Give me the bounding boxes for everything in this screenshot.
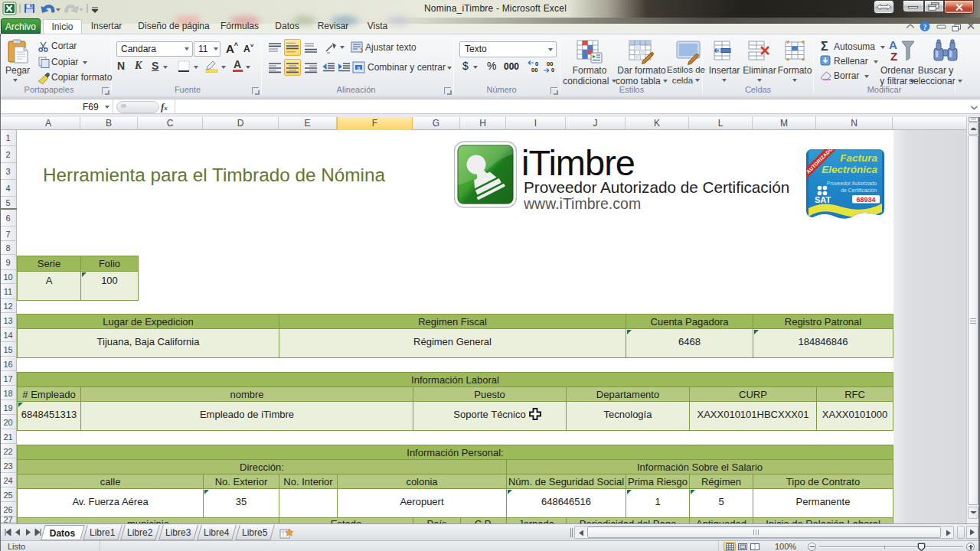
svg-text:Proveedor Autorizado: Proveedor Autorizado [827,181,877,186]
svg-text:a: a [358,65,361,70]
svg-text:de Certificación: de Certificación [841,187,877,193]
svg-text:00: 00 [531,67,537,73]
svg-text:68934: 68934 [856,196,875,204]
svg-text:0: 0 [551,67,554,73]
svg-text:SAT: SAT [815,195,831,204]
svg-text:Factura: Factura [840,152,877,164]
svg-text:Z: Z [890,50,897,63]
svg-text:Electrónica: Electrónica [822,164,877,175]
svg-text:?: ? [923,23,927,31]
